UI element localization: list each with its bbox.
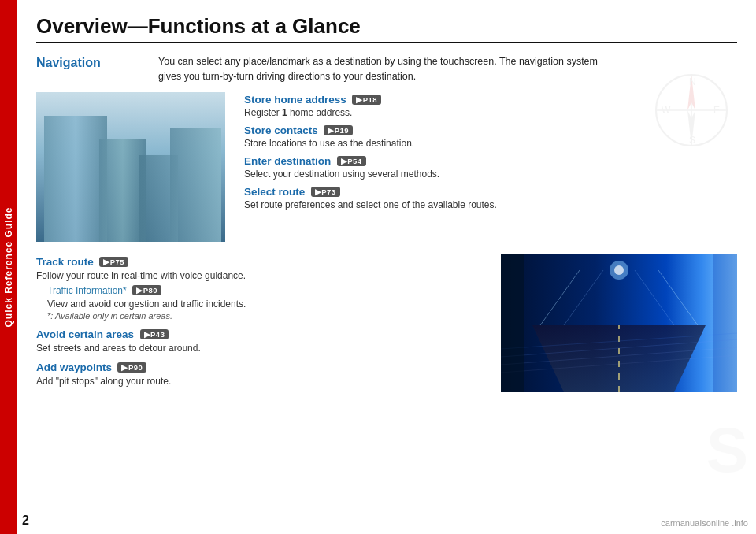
feature-enter-destination: Enter destination ▶P54 Select your desti…	[244, 154, 497, 180]
feature-track-route: Track route ▶P75 Follow your route in re…	[36, 254, 485, 321]
feature-enter-dest-desc: Select your destination using several me…	[244, 169, 497, 180]
main-content: Overview—Functions at a Glance Navigatio…	[17, 0, 756, 534]
feature-store-contacts-title: Store contacts	[244, 124, 318, 136]
watermark-text: carmanuaIsonline .info	[661, 518, 748, 528]
feature-select-route-desc: Set route preferences and select one of …	[244, 199, 497, 210]
page-title: Overview—Functions at a Glance	[36, 14, 737, 43]
svg-rect-23	[713, 254, 737, 392]
feature-store-contacts-desc: Store locations to use as the destinatio…	[244, 138, 497, 149]
building-1	[44, 116, 107, 242]
feature-track-route-desc: Follow your route in real-time with voic…	[36, 270, 485, 281]
feature-select-route: Select route ▶P73 Set route preferences …	[244, 184, 497, 210]
feature-add-waypoints-title: Add waypoints	[36, 362, 112, 373]
feature-store-home-title: Store home address	[244, 94, 346, 106]
svg-text:N: N	[689, 76, 696, 87]
feature-enter-dest-title: Enter destination	[244, 155, 331, 167]
feature-add-waypoints-desc: Add "pit stops" along your route.	[36, 376, 485, 387]
nav-main-row: Store home address ▶P18 Register 1 home …	[36, 92, 737, 242]
sub-feature-traffic-title: Traffic Information*	[47, 285, 127, 296]
quick-reference-label: Quick Reference Guide	[3, 206, 14, 327]
nav-description: You can select any place/landmark as a d…	[158, 54, 615, 84]
nav-header-row: Navigation You can select any place/land…	[36, 54, 737, 84]
feature-list: Store home address ▶P18 Register 1 home …	[244, 92, 497, 210]
nav-building-image	[36, 92, 225, 242]
feature-add-waypoints: Add waypoints ▶P90 Add "pit stops" along…	[36, 360, 485, 387]
sub-feature-traffic-desc: View and avoid congestion and traffic in…	[47, 299, 485, 310]
building-4	[170, 128, 221, 242]
sub-feature-traffic-note: *: Available only in certain areas.	[47, 311, 485, 321]
bottom-road-image	[501, 254, 737, 392]
svg-text:E: E	[713, 105, 720, 116]
feature-store-home-badge: ▶P18	[352, 95, 381, 105]
bottom-section: Track route ▶P75 Follow your route in re…	[36, 254, 737, 393]
navigation-section: Navigation You can select any place/land…	[36, 54, 737, 242]
feature-avoid-areas-desc: Set streets and areas to detour around.	[36, 343, 485, 354]
feature-select-route-title: Select route	[244, 186, 305, 198]
feature-avoid-areas-title: Avoid certain areas	[36, 328, 134, 340]
sub-feature-traffic-badge: ▶P80	[132, 285, 161, 295]
compass-watermark: N S E W	[652, 71, 731, 153]
svg-rect-22	[501, 254, 524, 392]
feature-store-contacts-badge: ▶P19	[324, 125, 353, 135]
feature-add-waypoints-badge: ▶P90	[117, 362, 146, 373]
left-tab: Quick Reference Guide	[0, 0, 17, 534]
svg-point-17	[614, 265, 624, 275]
svg-text:S: S	[689, 135, 695, 146]
feature-enter-dest-badge: ▶P54	[337, 156, 366, 166]
nav-label: Navigation	[36, 56, 150, 70]
feature-avoid-areas-badge: ▶P43	[140, 329, 169, 339]
s-watermark: S	[706, 414, 748, 487]
feature-store-home: Store home address ▶P18 Register 1 home …	[244, 92, 497, 118]
sub-feature-traffic: Traffic Information* ▶P80 View and avoid…	[47, 283, 485, 321]
feature-avoid-areas: Avoid certain areas ▶P43 Set streets and…	[36, 327, 485, 354]
feature-track-route-badge: ▶P75	[99, 257, 128, 267]
page-number: 2	[22, 514, 29, 528]
feature-track-route-title: Track route	[36, 256, 94, 268]
bottom-left-features: Track route ▶P75 Follow your route in re…	[36, 254, 501, 393]
road-svg	[501, 254, 737, 392]
feature-select-route-badge: ▶P73	[311, 187, 340, 197]
feature-store-home-desc: Register 1 home address.	[244, 107, 497, 118]
feature-store-contacts: Store contacts ▶P19 Store locations to u…	[244, 123, 497, 149]
svg-text:W: W	[662, 105, 671, 116]
